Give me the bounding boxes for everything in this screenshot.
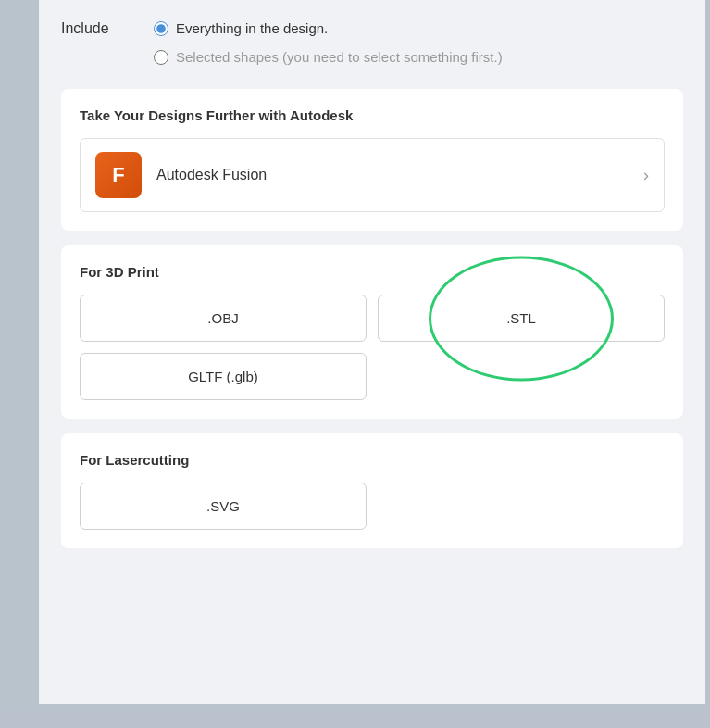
radio-option-everything[interactable]: Everything in the design. [154, 19, 503, 38]
autodesk-card: Take Your Designs Further with Autodesk … [61, 89, 683, 231]
include-label: Include [61, 19, 135, 37]
obj-button[interactable]: .OBJ [80, 295, 367, 342]
modal-panel: Include Everything in the design. Select… [39, 0, 705, 704]
gltf-button[interactable]: GLTF (.glb) [80, 353, 367, 400]
autodesk-fusion-name: Autodesk Fusion [156, 167, 629, 183]
lasercutting-card: For Lasercutting .SVG [61, 433, 683, 548]
radio-everything[interactable] [154, 21, 168, 36]
radio-everything-label: Everything in the design. [176, 19, 328, 38]
chevron-right-icon: › [643, 166, 649, 185]
radio-selected[interactable] [154, 50, 168, 65]
print-card: For 3D Print .OBJ .STL GLTF (.glb) [61, 245, 683, 419]
stl-button[interactable]: .STL [378, 295, 665, 342]
lasercutting-format-grid: .SVG [80, 483, 665, 530]
autodesk-fusion-icon: F [95, 152, 142, 198]
radio-group: Everything in the design. Selected shape… [154, 19, 503, 67]
include-section: Include Everything in the design. Select… [61, 19, 683, 67]
autodesk-card-title: Take Your Designs Further with Autodesk [80, 107, 665, 123]
print-card-title: For 3D Print [80, 264, 665, 280]
svg-button[interactable]: .SVG [80, 483, 367, 530]
print-format-grid: .OBJ .STL GLTF (.glb) [80, 295, 665, 400]
radio-option-selected[interactable]: Selected shapes (you need to select some… [154, 47, 503, 67]
stl-button-wrapper: .STL [378, 295, 665, 342]
lasercutting-card-title: For Lasercutting [80, 452, 665, 468]
radio-selected-label: Selected shapes (you need to select some… [176, 47, 503, 67]
autodesk-fusion-item[interactable]: F Autodesk Fusion › [80, 138, 665, 212]
